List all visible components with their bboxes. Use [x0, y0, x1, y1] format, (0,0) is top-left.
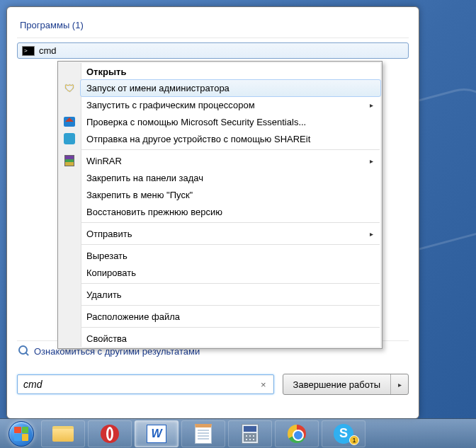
chrome-icon — [288, 425, 306, 443]
menu-item-delete[interactable]: Удалить — [81, 286, 380, 303]
menu-separator — [81, 305, 380, 306]
mse-icon — [62, 115, 76, 129]
submenu-arrow-icon: ▸ — [370, 157, 373, 165]
menu-item-run-as-admin[interactable]: 🛡 Запуск от имени администратора — [80, 79, 381, 97]
shutdown-options-button[interactable]: ▸ — [391, 374, 408, 394]
search-icon — [18, 345, 30, 357]
result-label: cmd — [39, 45, 57, 56]
shutdown-split-button[interactable]: Завершение работы ▸ — [283, 374, 409, 395]
menu-item-send-to[interactable]: Отправить ▸ — [81, 225, 380, 242]
menu-separator — [81, 327, 380, 328]
taskbar-item-chrome[interactable] — [275, 420, 319, 447]
menu-separator — [81, 149, 380, 150]
menu-item-winrar[interactable]: WinRAR ▸ — [81, 152, 380, 169]
taskbar-item-explorer[interactable] — [41, 420, 85, 447]
taskbar-item-opera[interactable] — [88, 420, 132, 447]
menu-item-cut[interactable]: Вырезать — [81, 247, 380, 264]
shield-icon: 🛡 — [62, 81, 76, 96]
menu-item-shareit[interactable]: Отправка на другое устройство с помощью … — [81, 130, 380, 147]
menu-separator — [81, 222, 380, 223]
word-icon: W — [147, 425, 166, 443]
menu-item-open[interactable]: Открыть — [81, 63, 380, 80]
programs-header: Программы (1) — [17, 16, 409, 38]
taskbar-item-notepad[interactable] — [181, 420, 225, 447]
search-result-cmd[interactable]: cmd — [17, 42, 409, 59]
search-input[interactable] — [23, 379, 259, 390]
chevron-right-icon: ▸ — [398, 381, 402, 389]
context-menu: Открыть 🛡 Запуск от имени администратора… — [57, 61, 382, 349]
menu-item-copy[interactable]: Копировать — [81, 264, 380, 281]
shareit-icon — [62, 132, 76, 146]
notepad-icon — [195, 424, 212, 444]
clear-search-button[interactable]: × — [259, 379, 268, 390]
notification-badge: 1 — [349, 435, 359, 445]
menu-item-run-gpu[interactable]: Запустить с графическим процессором ▸ — [81, 96, 380, 113]
opera-icon — [101, 425, 119, 443]
calculator-icon — [242, 424, 259, 444]
cmd-icon — [22, 46, 35, 56]
menu-item-pin-taskbar[interactable]: Закрепить на панели задач — [81, 169, 380, 186]
start-button[interactable] — [4, 420, 38, 447]
menu-separator — [81, 244, 380, 245]
taskbar-item-skype[interactable]: S 1 — [322, 420, 366, 447]
windows-logo-icon — [8, 421, 34, 447]
taskbar-item-word[interactable]: W — [135, 420, 178, 447]
shutdown-button[interactable]: Завершение работы — [283, 374, 391, 394]
menu-item-pin-start[interactable]: Закрепить в меню "Пуск" — [81, 186, 380, 203]
winrar-icon — [62, 154, 76, 168]
folder-icon — [52, 426, 74, 442]
taskbar: W S 1 — [0, 418, 476, 448]
start-bottom-row: × Завершение работы ▸ — [17, 374, 409, 395]
menu-item-restore-previous[interactable]: Восстановить прежнюю версию — [81, 203, 380, 220]
submenu-arrow-icon: ▸ — [370, 230, 373, 238]
search-box[interactable]: × — [17, 374, 274, 394]
submenu-arrow-icon: ▸ — [370, 101, 373, 109]
menu-item-properties[interactable]: Свойства — [81, 330, 380, 347]
menu-separator — [81, 283, 380, 284]
menu-item-mse-scan[interactable]: Проверка с помощью Microsoft Security Es… — [81, 113, 380, 130]
menu-item-file-location[interactable]: Расположение файла — [81, 308, 380, 325]
taskbar-item-calculator[interactable] — [228, 420, 272, 447]
